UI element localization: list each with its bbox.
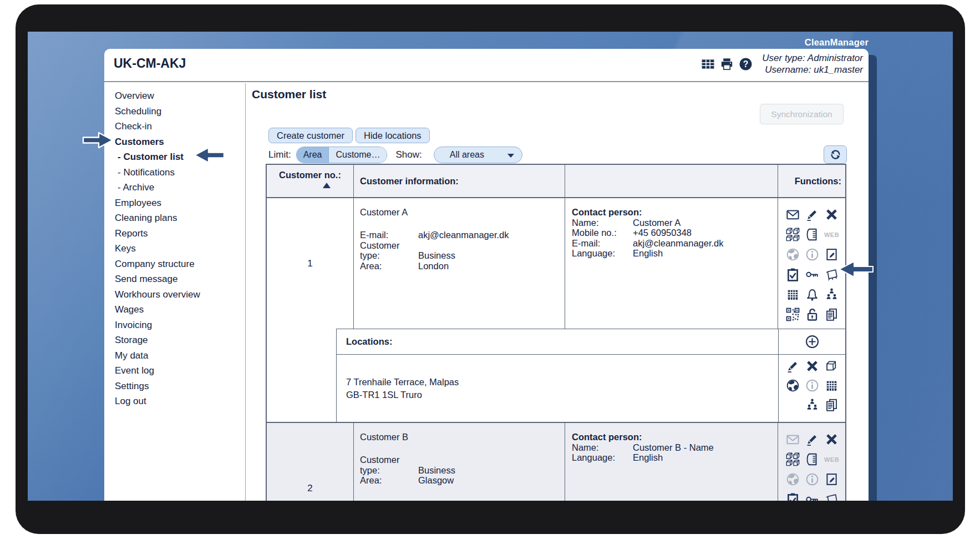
- contact-person-cell: Contact person:Name:Customer B - NameLan…: [565, 423, 778, 501]
- delete-icon[interactable]: [805, 359, 819, 373]
- field-label: E-mail:: [360, 230, 418, 240]
- customer-info-row: Customer type:Business: [360, 455, 565, 475]
- edit-icon[interactable]: [805, 208, 819, 221]
- customer-row: 2Customer BCustomer type:BusinessArea:Gl…: [267, 423, 845, 501]
- area-dropdown[interactable]: All areas: [434, 147, 522, 163]
- sidebar-item-workhours-overview[interactable]: Workhours overview: [115, 287, 245, 303]
- customer-name: Customer A: [360, 207, 565, 218]
- qr-icon[interactable]: [786, 308, 800, 321]
- sidebar-item-event-log[interactable]: Event log: [115, 363, 245, 379]
- globe-icon[interactable]: [786, 379, 800, 392]
- calendar-icon[interactable]: [825, 379, 839, 392]
- sidebar-item-cleaning-plans[interactable]: Cleaning plans: [115, 210, 245, 226]
- logbook-icon[interactable]: [805, 228, 819, 241]
- limit-option-area[interactable]: Area: [297, 147, 329, 163]
- field-value: Glasgow: [418, 475, 454, 486]
- field-value: English: [633, 452, 663, 463]
- sidebar-item-settings[interactable]: Settings: [115, 379, 245, 394]
- sidebar-item-company-structure[interactable]: Company structure: [115, 256, 245, 272]
- field-value: Customer A: [633, 218, 681, 228]
- locations-label-cell: Locations:: [337, 329, 779, 354]
- sidebar-item-keys[interactable]: Keys: [115, 241, 245, 256]
- calendar-icon[interactable]: [786, 288, 800, 301]
- box-icon[interactable]: [825, 359, 839, 373]
- customer-info-row: Customer type:Business: [360, 240, 565, 261]
- refresh-icon: [830, 149, 841, 160]
- storage-icon[interactable]: [786, 452, 800, 466]
- sidebar-item-my-data[interactable]: My data: [115, 348, 245, 364]
- customer-info-cell: Customer BCustomer type:BusinessArea:Gla…: [354, 423, 565, 501]
- user-type-label: User type: Administrator: [762, 52, 863, 64]
- sidebar-item-notifications[interactable]: - Notifications: [115, 165, 245, 180]
- synchronization-button[interactable]: Synchronization: [760, 104, 844, 124]
- tasks-icon[interactable]: [786, 492, 800, 501]
- sidebar-item-invoicing[interactable]: Invoicing: [115, 318, 245, 333]
- logbook-icon[interactable]: [805, 452, 819, 466]
- functions-cell: WEB: [778, 198, 845, 329]
- field-value: Business: [418, 465, 455, 476]
- address-line-1: 7 Trenhaile Terrace, Malpas: [346, 376, 778, 389]
- delete-icon[interactable]: [825, 432, 839, 446]
- note-icon[interactable]: [825, 472, 839, 486]
- mail-icon[interactable]: [786, 208, 800, 221]
- sidebar-item-storage[interactable]: Storage: [115, 333, 245, 348]
- limit-option-customer[interactable]: Custome…: [328, 147, 387, 163]
- unlock-icon[interactable]: [805, 308, 819, 321]
- sidebar-item-reports[interactable]: Reports: [115, 226, 245, 241]
- tasks-icon[interactable]: [786, 268, 800, 281]
- contact-person-title: Contact person:: [572, 207, 778, 218]
- sidebar-item-overview[interactable]: Overview: [115, 88, 245, 104]
- sidebar-item-send-message[interactable]: Send message: [115, 271, 245, 287]
- hide-locations-button[interactable]: Hide locations: [356, 128, 430, 143]
- customer-number: 1: [267, 198, 354, 329]
- field-label: Customer type:: [360, 240, 418, 261]
- desktop-screen: CleanManager UK-CM-AKJ ? User type: Admi…: [28, 32, 953, 501]
- customer-number: 2: [267, 423, 354, 501]
- documents-icon[interactable]: [825, 308, 839, 321]
- web-icon: WEB: [825, 228, 839, 241]
- sidebar-item-archive[interactable]: - Archive: [115, 180, 245, 195]
- staff-icon[interactable]: [805, 398, 819, 412]
- refresh-button[interactable]: [824, 145, 847, 164]
- app-window: UK-CM-AKJ ? User type: Administrator Use…: [104, 49, 869, 501]
- field-label: Language:: [572, 452, 633, 463]
- customer-table: Customer no.: Customer information: Func…: [266, 164, 846, 501]
- sidebar-item-log-out[interactable]: Log out: [115, 394, 245, 409]
- key-icon[interactable]: [805, 492, 819, 501]
- customer-info-row: Area:London: [360, 261, 565, 271]
- sidebar-item-customers[interactable]: Customers: [115, 134, 245, 150]
- sidebar-item-customer-list[interactable]: - Customer list: [115, 149, 245, 165]
- globe-icon: [786, 248, 800, 261]
- sidebar-item-scheduling[interactable]: Scheduling: [115, 104, 245, 119]
- show-label: Show:: [395, 149, 422, 160]
- help-icon[interactable]: ?: [739, 57, 753, 71]
- sidebar-item-employees[interactable]: Employees: [115, 195, 245, 211]
- bell-icon[interactable]: [805, 288, 819, 301]
- map-icon[interactable]: [825, 492, 839, 501]
- edit-icon[interactable]: [786, 359, 800, 373]
- sidebar-item-wages[interactable]: Wages: [115, 302, 245, 318]
- info-icon: [805, 379, 819, 392]
- delete-icon[interactable]: [825, 208, 839, 221]
- sidebar-item-check-in[interactable]: Check-in: [115, 119, 245, 134]
- field-label: E-mail:: [572, 238, 633, 249]
- print-icon[interactable]: [720, 57, 734, 71]
- staff-icon[interactable]: [825, 288, 839, 301]
- main-content: Customer list Synchronization Create cus…: [246, 83, 869, 501]
- table-icon[interactable]: [701, 57, 715, 71]
- column-header-customer-no[interactable]: Customer no.:: [267, 165, 354, 197]
- edit-icon[interactable]: [805, 432, 819, 446]
- limit-label: Limit:: [268, 149, 291, 160]
- sort-asc-icon: [323, 183, 331, 188]
- arrow-annotation-map-function: [837, 260, 874, 279]
- map-icon[interactable]: [825, 268, 839, 281]
- documents-icon[interactable]: [825, 398, 839, 412]
- create-customer-button[interactable]: Create customer: [268, 128, 353, 143]
- add-location-icon[interactable]: [805, 335, 819, 349]
- limit-segmented-control: Area Custome…: [296, 147, 388, 163]
- arrow-annotation-customers: [82, 131, 114, 149]
- note-icon[interactable]: [825, 248, 839, 261]
- window-title: UK-CM-AKJ: [114, 56, 186, 71]
- key-icon[interactable]: [805, 268, 819, 281]
- storage-icon[interactable]: [786, 228, 800, 241]
